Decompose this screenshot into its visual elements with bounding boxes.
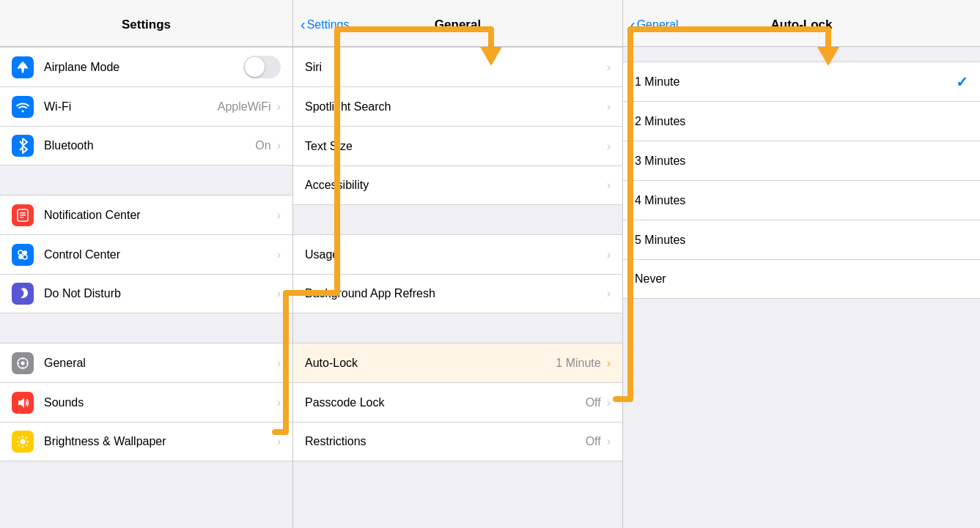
list-item[interactable]: Bluetooth On › [0,126,292,166]
siri-chevron: › [607,61,611,74]
5min-label: 5 Minutes [635,234,968,247]
svg-point-5 [23,250,27,255]
bluetooth-chevron: › [277,139,281,152]
3min-label: 3 Minutes [635,155,968,168]
donotdisturb-chevron: › [277,287,281,300]
svg-line-23 [18,445,20,446]
general-group1: Siri › Spotlight Search › Text Size › Ac… [293,47,622,205]
autolock-group: 1 Minute ✓ 2 Minutes 3 Minutes 4 Minutes… [623,62,980,299]
general-gap1 [293,205,622,220]
back-chevron-icon: ‹ [301,17,306,31]
brightness-chevron: › [277,435,281,448]
1min-label: 1 Minute [635,75,956,89]
svg-point-6 [18,255,23,259]
airplane-icon [12,56,34,78]
settings-panel: Settings Airplane Mode [0,0,293,528]
list-item[interactable]: Restrictions Off › [293,422,622,461]
svg-line-20 [18,437,20,439]
list-item[interactable]: Do Not Disturb › [0,274,292,313]
list-item[interactable]: 2 Minutes [623,101,980,141]
control-center-icon [12,244,34,266]
list-item[interactable]: Never [623,259,980,299]
general-header: ‹ Settings General [293,0,622,47]
never-label: Never [635,272,968,286]
list-item[interactable]: Usage › [293,234,622,274]
autolock-back-chevron-icon: ‹ [630,17,635,31]
general-group3: Auto-Lock 1 Minute › Passcode Lock Off ›… [293,343,622,461]
list-item[interactable]: Airplane Mode [0,47,292,86]
autolock-chevron: › [607,357,611,370]
brightness-icon [12,431,34,453]
accessibility-chevron: › [607,179,611,192]
autolock-label: Auto-Lock [305,357,556,370]
settings-header: Settings [0,0,292,47]
autolock-row[interactable]: Auto-Lock 1 Minute › [293,343,622,382]
settings-group-connectivity: Airplane Mode Wi-Fi AppleWiFi › [0,47,292,166]
sounds-chevron: › [277,396,281,409]
svg-point-15 [21,439,26,445]
sounds-icon [12,392,34,414]
restrictions-label: Restrictions [305,435,586,448]
spotlight-chevron: › [607,100,611,114]
autolock-back-link[interactable]: ‹ General [630,18,679,31]
wifi-chevron: › [277,100,281,114]
svg-line-21 [26,445,27,446]
4min-label: 4 Minutes [635,194,968,207]
list-item[interactable]: Passcode Lock Off › [293,382,622,422]
usage-chevron: › [607,248,611,261]
general-label: General [44,357,276,370]
2min-label: 2 Minutes [635,115,968,128]
general-panel: ‹ Settings General Siri › Spotlight Sear… [293,0,623,528]
svg-rect-1 [20,212,26,214]
svg-line-22 [26,437,27,439]
autolock-header: ‹ General Auto-Lock [623,0,980,47]
general-title: General [435,18,481,32]
autolock-content: 1 Minute ✓ 2 Minutes 3 Minutes 4 Minutes… [623,47,980,528]
general-back-label: Settings [307,18,350,31]
svg-point-9 [21,361,25,365]
general-back-link[interactable]: ‹ Settings [301,18,349,31]
sounds-label: Sounds [44,396,276,409]
list-item[interactable]: 5 Minutes [623,220,980,259]
svg-point-7 [23,255,27,259]
settings-title: Settings [122,18,171,32]
section-gap-2 [0,313,292,328]
siri-label: Siri [305,61,605,74]
accessibility-label: Accessibility [305,179,605,192]
passcode-label: Passcode Lock [305,396,586,409]
list-item[interactable]: 1 Minute ✓ [623,62,980,101]
list-item[interactable]: Control Center › [0,234,292,274]
general-content: Siri › Spotlight Search › Text Size › Ac… [293,47,622,528]
donotdisturb-label: Do Not Disturb [44,287,276,300]
bluetooth-label: Bluetooth [44,139,255,152]
list-item[interactable]: Text Size › [293,126,622,166]
airplane-toggle[interactable] [243,56,281,78]
passcode-chevron: › [607,396,611,409]
list-item[interactable]: General › [0,343,292,382]
toggle-knob [245,57,265,77]
brightness-label: Brightness & Wallpaper [44,435,276,448]
bgrefresh-label: Background App Refresh [305,287,605,300]
notification-label: Notification Center [44,209,276,222]
restrictions-value: Off [586,435,601,448]
textsize-label: Text Size [305,140,605,153]
list-item[interactable]: 3 Minutes [623,141,980,180]
svg-rect-3 [20,217,23,218]
list-item[interactable]: Brightness & Wallpaper › [0,422,292,461]
list-item[interactable]: Notification Center › [0,195,292,234]
list-item[interactable]: Accessibility › [293,166,622,205]
textsize-chevron: › [607,140,611,153]
airplane-label: Airplane Mode [44,61,243,74]
usage-label: Usage [305,248,605,261]
list-item[interactable]: Sounds › [0,382,292,422]
donotdisturb-icon [12,283,34,305]
settings-group-notifications: Notification Center › Control Center › [0,195,292,313]
restrictions-chevron: › [607,435,611,448]
svg-rect-2 [20,215,26,216]
list-item[interactable]: Siri › [293,47,622,86]
list-item[interactable]: Wi-Fi AppleWiFi › [0,86,292,126]
list-item[interactable]: Background App Refresh › [293,274,622,313]
list-item[interactable]: Spotlight Search › [293,86,622,126]
list-item[interactable]: 4 Minutes [623,180,980,220]
selected-checkmark: ✓ [956,73,968,91]
